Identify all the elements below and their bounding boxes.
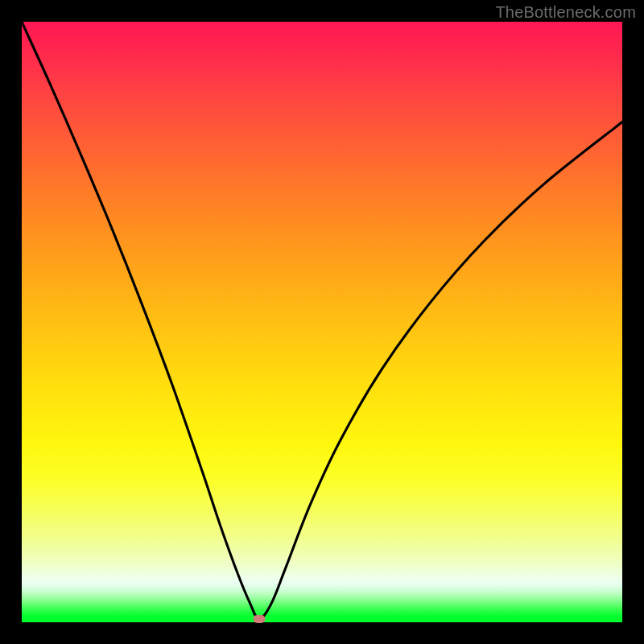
bottleneck-curve: [22, 22, 622, 622]
watermark-text: TheBottleneck.com: [495, 3, 636, 22]
curve-path: [22, 22, 622, 619]
chart-frame: [22, 22, 622, 622]
optimal-point-marker: [253, 615, 265, 623]
